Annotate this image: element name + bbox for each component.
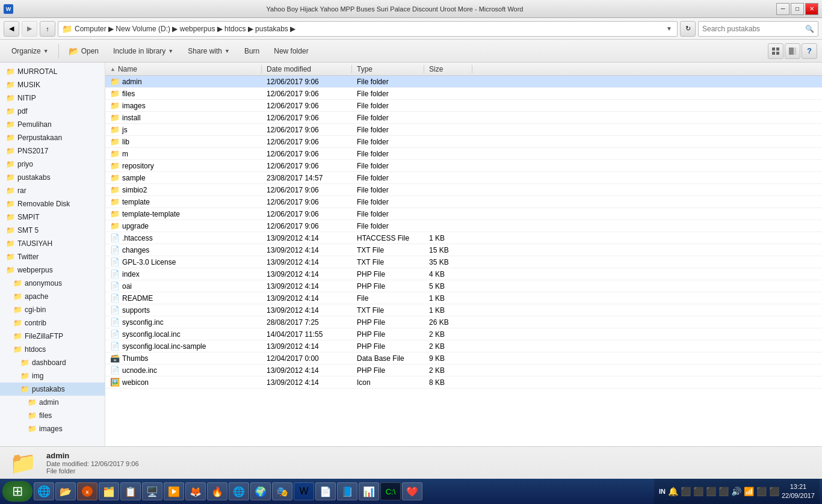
table-row[interactable]: 📄 changes 13/09/2012 4:14 TXT File 15 KB	[105, 244, 822, 256]
sidebar-item-admin[interactable]: 📁admin	[0, 396, 105, 409]
taskbar-app5[interactable]: 📋	[120, 482, 141, 500]
sidebar-item-rar[interactable]: 📁rar	[0, 184, 105, 197]
table-row[interactable]: 📄 sysconfig.inc 28/08/2017 7:25 PHP File…	[105, 316, 822, 328]
sidebar-item-apache[interactable]: 📁apache	[0, 290, 105, 303]
table-row[interactable]: 📄 README 13/09/2012 4:14 File 1 KB	[105, 292, 822, 304]
close-button[interactable]: ✕	[805, 3, 818, 15]
table-row[interactable]: 📄 oai 13/09/2012 4:14 PHP File 5 KB	[105, 280, 822, 292]
preview-pane-button[interactable]	[785, 43, 800, 59]
taskbar-firefox[interactable]: 🦊	[185, 482, 206, 500]
table-row[interactable]: 📄 sysconfig.local.inc 14/04/2017 11:55 P…	[105, 328, 822, 340]
col-size-header[interactable]: Size	[424, 65, 472, 73]
table-row[interactable]: 📄 sysconfig.local.inc-sample 13/09/2012 …	[105, 340, 822, 352]
tray-app1[interactable]: ⬛	[681, 487, 691, 496]
taskbar-filezilla[interactable]: 🗂️	[99, 482, 119, 500]
taskbar-excel[interactable]: 📊	[359, 482, 379, 500]
table-row[interactable]: 📁 js 12/06/2017 9:06 File folder	[105, 124, 822, 136]
tray-volume[interactable]: 🔊	[731, 487, 741, 496]
sidebar-item-tausiyah[interactable]: 📁TAUSIYAH	[0, 237, 105, 250]
taskbar-firefox2[interactable]: 🔥	[207, 482, 227, 500]
share-with-button[interactable]: Share with ▼	[181, 42, 236, 60]
sidebar-item-murrotal[interactable]: 📁MURROTAL	[0, 65, 105, 78]
address-bar[interactable]: 📁 Computer ▶ New Volume (D:) ▶ webperpus…	[58, 21, 678, 37]
sidebar-item-twitter[interactable]: 📁Twitter	[0, 250, 105, 263]
col-type-header[interactable]: Type	[352, 65, 424, 73]
sidebar-item-pustakabs[interactable]: 📁pustakabs	[0, 171, 105, 184]
back-button[interactable]: ◀	[4, 21, 19, 37]
sidebar-item-filezillaftp[interactable]: 📁FileZillaFTP	[0, 330, 105, 343]
tray-network[interactable]: 📶	[744, 487, 754, 496]
sidebar-item-files[interactable]: 📁files	[0, 409, 105, 422]
search-box[interactable]: 🔍	[698, 21, 818, 37]
tray-app2[interactable]: ⬛	[693, 487, 703, 496]
sidebar-item-removable-disk[interactable]: 📁Removable Disk	[0, 197, 105, 211]
sidebar-item-smpit[interactable]: 📁SMPIT	[0, 211, 105, 224]
table-row[interactable]: 📁 lib 12/06/2017 9:06 File folder	[105, 136, 822, 148]
taskbar-app6[interactable]: 🖥️	[142, 482, 162, 500]
tray-app4[interactable]: ⬛	[718, 487, 729, 496]
organize-button[interactable]: Organize ▼	[5, 42, 55, 60]
include-in-library-button[interactable]: Include in library ▼	[107, 42, 180, 60]
sidebar-item-webperpus[interactable]: 📁webperpus	[0, 263, 105, 277]
sidebar-item-htdocs[interactable]: 📁htdocs	[0, 343, 105, 356]
taskbar-app9[interactable]: ❤️	[402, 482, 422, 500]
table-row[interactable]: 📁 simbio2 12/06/2017 9:06 File folder	[105, 184, 822, 196]
minimize-button[interactable]: ─	[776, 3, 790, 15]
taskbar-browser2[interactable]: 🌍	[250, 482, 271, 500]
taskbar-cmd[interactable]: C:\	[380, 482, 401, 500]
sidebar-item-dashboard[interactable]: 📁dashboard	[0, 356, 105, 369]
table-row[interactable]: 📁 files 12/06/2017 9:06 File folder	[105, 88, 822, 100]
tray-app3[interactable]: ⬛	[706, 487, 716, 496]
view-list-button[interactable]	[768, 43, 783, 59]
col-name-header[interactable]: ▲ Name	[105, 65, 262, 73]
table-row[interactable]: 🖼️ webicon 13/09/2012 4:14 Icon 8 KB	[105, 376, 822, 389]
table-row[interactable]: 📁 sample 23/08/2017 14:57 File folder	[105, 172, 822, 184]
taskbar-chrome[interactable]: 🌐	[229, 482, 249, 500]
sidebar-item-contrib[interactable]: 📁contrib	[0, 316, 105, 330]
taskbar-pdf[interactable]: 📄	[315, 482, 336, 500]
tray-app5[interactable]: ⬛	[756, 487, 767, 496]
taskbar-app8[interactable]: 🎭	[272, 482, 292, 500]
sidebar-item-pns2017[interactable]: 📁PNS2017	[0, 144, 105, 158]
tray-lang[interactable]: IN	[659, 488, 666, 495]
open-button[interactable]: 📂 Open	[62, 42, 105, 60]
table-row[interactable]: 📁 m 12/06/2017 9:06 File folder	[105, 148, 822, 160]
table-row[interactable]: 📁 template 12/06/2017 9:06 File folder	[105, 196, 822, 208]
start-button[interactable]: ⊞	[2, 481, 32, 502]
table-row[interactable]: 📁 install 12/06/2017 9:06 File folder	[105, 112, 822, 124]
sidebar-item-anonymous[interactable]: 📁anonymous	[0, 277, 105, 290]
taskbar-ie[interactable]: 🌐	[34, 482, 54, 500]
taskbar-xampp[interactable]: X	[77, 482, 97, 500]
table-row[interactable]: 📁 upgrade 12/06/2017 9:06 File folder	[105, 220, 822, 232]
sidebar-item-img[interactable]: 📁img	[0, 369, 105, 383]
taskbar-app7[interactable]: ▶️	[164, 482, 184, 500]
sidebar-item-cgi-bin[interactable]: 📁cgi-bin	[0, 303, 105, 316]
up-button[interactable]: ↑	[40, 21, 55, 37]
table-row[interactable]: 📁 admin 12/06/2017 9:06 File folder	[105, 76, 822, 88]
new-folder-button[interactable]: New folder	[267, 42, 315, 60]
burn-button[interactable]: Burn	[238, 42, 266, 60]
sidebar-item-images[interactable]: 📁images	[0, 422, 105, 435]
table-row[interactable]: 📁 template-template 12/06/2017 9:06 File…	[105, 208, 822, 220]
sidebar-item-pustakabs[interactable]: 📁pustakabs	[0, 383, 105, 396]
maximize-button[interactable]: □	[791, 3, 804, 15]
sidebar-item-priyo[interactable]: 📁priyo	[0, 158, 105, 171]
help-button[interactable]: ?	[802, 43, 817, 59]
table-row[interactable]: 📄 ucnode.inc 13/09/2012 4:14 PHP File 2 …	[105, 364, 822, 376]
taskbar-explorer[interactable]: 📂	[55, 482, 76, 500]
tray-notify[interactable]: 🔔	[668, 487, 678, 496]
table-row[interactable]: 📄 index 13/09/2012 4:14 PHP File 4 KB	[105, 268, 822, 280]
taskbar-ie2[interactable]: 📘	[337, 482, 357, 500]
table-row[interactable]: 📁 images 12/06/2017 9:06 File folder	[105, 100, 822, 112]
search-input[interactable]	[702, 25, 805, 33]
tray-app6[interactable]: ⬛	[769, 487, 779, 496]
taskbar-word[interactable]: W	[294, 482, 314, 500]
sidebar-item-musik[interactable]: 📁MUSIK	[0, 78, 105, 91]
table-row[interactable]: 🗃️ Thumbs 12/04/2017 0:00 Data Base File…	[105, 352, 822, 364]
sidebar-item-pdf[interactable]: 📁pdf	[0, 105, 105, 118]
sidebar-item-nitip[interactable]: 📁NITIP	[0, 91, 105, 105]
table-row[interactable]: 📁 repository 12/06/2017 9:06 File folder	[105, 160, 822, 172]
tray-clock[interactable]: 13:21 22/09/2017	[782, 482, 815, 501]
forward-button[interactable]: ▶	[22, 21, 37, 37]
sidebar-item-pemulihan[interactable]: 📁Pemulihan	[0, 118, 105, 131]
